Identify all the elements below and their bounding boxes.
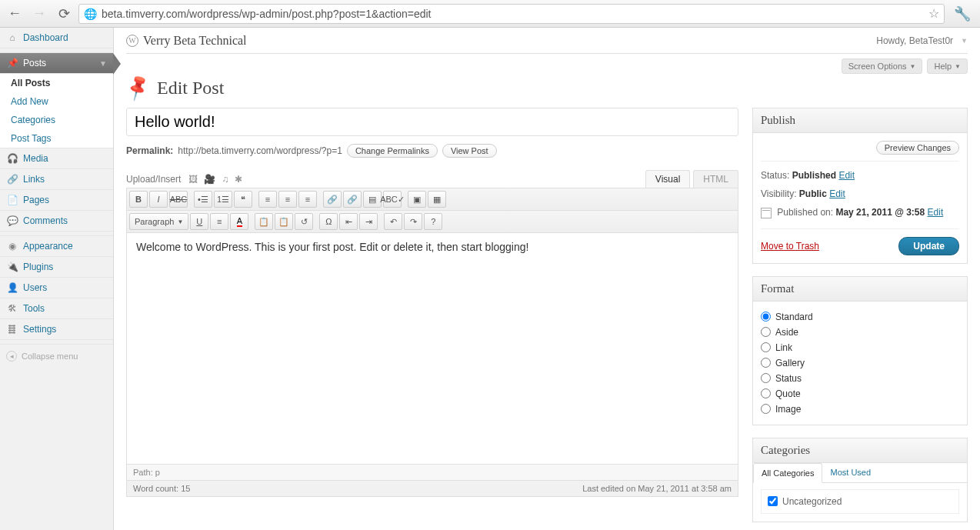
post-title-input[interactable] (126, 108, 738, 136)
sidebar-item-pages[interactable]: 📄 Pages (0, 190, 113, 211)
reload-button[interactable]: ⟳ (54, 4, 74, 24)
sidebar-item-media[interactable]: 🎧 Media (0, 148, 113, 169)
text-color-button[interactable]: A (230, 213, 248, 230)
format-option[interactable]: Quote (761, 386, 959, 402)
format-select[interactable]: Paragraph▼ (129, 213, 188, 230)
format-radio[interactable] (761, 327, 771, 337)
tab-html[interactable]: HTML (693, 170, 738, 188)
edit-status-link[interactable]: Edit (838, 170, 855, 181)
format-radio[interactable] (761, 342, 771, 352)
screen-options-button[interactable]: Screen Options ▼ (842, 58, 923, 74)
format-option[interactable]: Image (761, 402, 959, 417)
unlink-button[interactable]: 🔗 (343, 191, 362, 208)
format-radio[interactable] (761, 312, 771, 322)
special-char-button[interactable]: Ω (319, 213, 338, 230)
sidebar-item-links[interactable]: 🔗 Links (0, 169, 113, 190)
italic-button[interactable]: I (149, 191, 168, 208)
align-right-button[interactable]: ≡ (298, 191, 317, 208)
tab-most-used[interactable]: Most Used (822, 463, 878, 482)
submenu-add-new[interactable]: Add New (0, 92, 113, 111)
format-radio[interactable] (761, 388, 771, 398)
add-media-icon[interactable]: ✱ (235, 174, 242, 185)
wrench-menu-icon[interactable]: 🔧 (949, 5, 975, 22)
format-option[interactable]: Aside (761, 325, 959, 340)
chevron-down-icon[interactable]: ▼ (961, 37, 968, 45)
submenu-all-posts[interactable]: All Posts (0, 74, 113, 92)
remove-format-button[interactable]: ↺ (295, 213, 313, 230)
tab-visual[interactable]: Visual (645, 170, 690, 188)
submenu-categories[interactable]: Categories (0, 111, 113, 129)
blockquote-button[interactable]: ❝ (234, 191, 252, 208)
format-option[interactable]: Status (761, 371, 959, 386)
fullscreen-button[interactable]: ▣ (408, 191, 426, 208)
update-button[interactable]: Update (898, 237, 959, 255)
view-post-button[interactable]: View Post (442, 144, 497, 158)
format-option[interactable]: Standard (761, 309, 959, 325)
tab-all-categories[interactable]: All Categories (753, 463, 822, 483)
paste-text-button[interactable]: 📋 (255, 213, 273, 230)
indent-button[interactable]: ⇥ (359, 213, 378, 230)
preview-changes-button[interactable]: Preview Changes (876, 141, 959, 155)
address-bar[interactable]: 🌐 ☆ (78, 4, 945, 24)
forward-button[interactable]: → (29, 4, 49, 24)
format-option[interactable]: Link (761, 340, 959, 355)
sidebar-label: Tools (23, 303, 45, 314)
sidebar-item-comments[interactable]: 💬 Comments (0, 211, 113, 232)
more-tag-button[interactable]: ▤ (363, 191, 382, 208)
help-button[interactable]: Help ▼ (927, 58, 968, 74)
underline-button[interactable]: U (190, 213, 208, 230)
sidebar-item-appearance[interactable]: ◉ Appearance (0, 236, 113, 257)
categories-box: Categories All Categories Most Used Unca… (752, 438, 968, 522)
add-video-icon[interactable]: 🎥 (204, 174, 215, 185)
edit-visibility-link[interactable]: Edit (829, 188, 845, 199)
last-edited: Last edited on May 21, 2011 at 3:58 am (582, 484, 732, 493)
bookmark-star-icon[interactable]: ☆ (928, 6, 939, 21)
sidebar-item-dashboard[interactable]: ⌂ Dashboard (0, 28, 113, 48)
align-center-button[interactable]: ≡ (278, 191, 297, 208)
sidebar-item-users[interactable]: 👤 Users (0, 278, 113, 298)
upload-insert-label: Upload/Insert (126, 174, 181, 185)
category-checkbox[interactable] (768, 496, 778, 506)
sidebar-item-posts[interactable]: 📌 Posts ▼ (0, 53, 113, 74)
sidebar-label: Links (23, 174, 45, 185)
site-title-label: Verry Beta Technical (143, 34, 247, 48)
submenu-post-tags[interactable]: Post Tags (0, 129, 113, 148)
bold-button[interactable]: B (129, 191, 148, 208)
sidebar-label: Settings (23, 324, 56, 335)
move-to-trash-link[interactable]: Move to Trash (761, 241, 819, 252)
edit-date-link[interactable]: Edit (928, 207, 944, 218)
back-button[interactable]: ← (5, 4, 25, 24)
add-image-icon[interactable]: 🖼 (188, 174, 198, 185)
justify-button[interactable]: ≡ (210, 213, 228, 230)
url-input[interactable] (102, 8, 924, 20)
align-left-button[interactable]: ≡ (258, 191, 277, 208)
sidebar-item-settings[interactable]: 🛤 Settings (0, 319, 113, 340)
paste-word-button[interactable]: 📋 (275, 213, 293, 230)
editor-body[interactable]: Welcome to WordPress. This is your first… (127, 233, 738, 464)
sidebar-item-tools[interactable]: 🛠 Tools (0, 298, 113, 319)
help-editor-button[interactable]: ? (424, 213, 442, 230)
strike-button[interactable]: ABC (169, 191, 188, 208)
kitchen-sink-button[interactable]: ▦ (428, 191, 446, 208)
collapse-menu[interactable]: ◂ Collapse menu (0, 345, 113, 368)
redo-button[interactable]: ↷ (404, 213, 422, 230)
ul-button[interactable]: •☰ (194, 191, 212, 208)
screen-options-label: Screen Options (848, 62, 907, 71)
howdy-text[interactable]: Howdy, BetaTest0r (876, 35, 953, 46)
category-item[interactable]: Uncategorized (768, 496, 952, 507)
link-button[interactable]: 🔗 (323, 191, 342, 208)
format-option[interactable]: Gallery (761, 355, 959, 371)
site-title[interactable]: W Verry Beta Technical (126, 34, 247, 48)
format-radio[interactable] (761, 358, 771, 368)
undo-button[interactable]: ↶ (384, 213, 402, 230)
change-permalinks-button[interactable]: Change Permalinks (347, 144, 438, 158)
ol-button[interactable]: 1☰ (214, 191, 232, 208)
format-radio[interactable] (761, 404, 771, 414)
add-audio-icon[interactable]: ♫ (222, 174, 228, 185)
spellcheck-button[interactable]: ABC✓ (383, 191, 402, 208)
outdent-button[interactable]: ⇤ (339, 213, 358, 230)
status-value: Published (792, 170, 836, 181)
help-label: Help (934, 62, 952, 71)
sidebar-item-plugins[interactable]: 🔌 Plugins (0, 257, 113, 278)
format-radio[interactable] (761, 373, 771, 383)
